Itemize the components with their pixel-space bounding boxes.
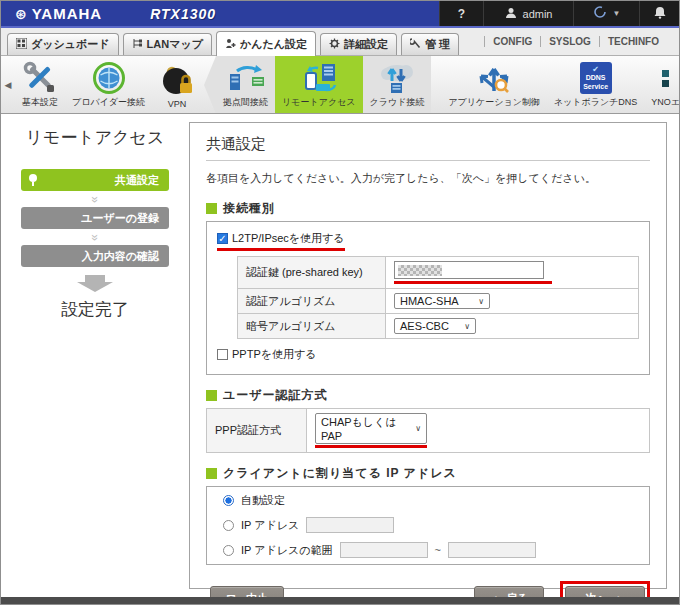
auto-radio[interactable] <box>223 495 234 506</box>
nav-label: 基本設定 <box>22 96 58 109</box>
link-syslog[interactable]: SYSLOG <box>540 36 599 47</box>
nav-label: プロバイダー接続 <box>72 96 145 109</box>
option-auto: 自動設定 <box>223 493 645 508</box>
tilde-separator: ~ <box>435 544 441 556</box>
selected-value: HMAC-SHA <box>400 295 459 307</box>
ip-range-radio[interactable] <box>223 545 234 556</box>
masked-value <box>398 265 442 276</box>
tab-management[interactable]: 管 理 <box>401 33 459 55</box>
nav-item-basic-settings[interactable]: 基本設定 <box>15 56 65 113</box>
ip-range-end-input[interactable] <box>448 542 536 558</box>
model-name: RTX1300 <box>150 6 216 22</box>
option-ip-address: IP アドレス <box>223 517 645 533</box>
tab-easy-setup[interactable]: かんたん設定 <box>216 31 316 56</box>
help-icon: ? <box>458 7 465 21</box>
section-title: 接続種別 <box>223 200 275 217</box>
wizard-sidebar: リモートアクセス 共通設定 » ユーザーの登録 » 入力内容の確認 設定完了 <box>1 114 189 597</box>
cipher-algorithm-label: 暗号アルゴリズム <box>238 314 386 339</box>
tools-icon <box>22 60 58 96</box>
cloud-icon <box>377 60 417 96</box>
nav-label: クラウド接続 <box>370 96 425 109</box>
bell-icon <box>654 6 666 22</box>
help-button[interactable]: ? <box>439 1 483 26</box>
tab-advanced-settings[interactable]: 詳細設定 <box>320 33 397 55</box>
instruction-text: 各項目を入力してください。入力が完了したら、「次へ」を押してください。 <box>206 171 650 186</box>
ddns-badge-line2: Service <box>583 83 608 91</box>
radio-label: IP アドレス <box>241 518 299 533</box>
connection-type-box: ✓ L2TP/IPsecを使用する 認証鍵 (pre-shared key) 認… <box>206 221 650 375</box>
step-label: 入力内容の確認 <box>82 249 159 264</box>
tab-label: ダッシュボード <box>31 37 110 52</box>
annotation-underline-l2tp: ✓ L2TP/IPsecを使用する <box>217 231 345 251</box>
lock-keys-icon <box>159 63 195 99</box>
chevron-down-icon: ∨ <box>478 297 484 306</box>
tab-label: LANマップ <box>147 37 203 52</box>
selected-value: AES-CBC <box>400 320 449 332</box>
remote-access-icon <box>298 60 340 96</box>
current-step-pin-icon <box>29 174 37 182</box>
refresh-dropdown[interactable]: ▼ <box>573 1 639 26</box>
section-client-ip-header: クライアントに割り当てる IP アドレス <box>206 465 650 482</box>
table-row: 暗号アルゴリズム AES-CBC ∨ <box>238 314 639 339</box>
nav-item-application-control[interactable]: アプリケーション制御 <box>441 56 546 113</box>
section-title: ユーザー認証方式 <box>223 387 328 404</box>
table-row: 認証アルゴリズム HMAC-SHA ∨ <box>238 289 639 314</box>
table-row: 認証鍵 (pre-shared key) <box>238 257 639 289</box>
nav-label: VPN <box>168 99 187 109</box>
auth-algorithm-select[interactable]: HMAC-SHA ∨ <box>394 293 490 309</box>
cipher-algorithm-select[interactable]: AES-CBC ∨ <box>394 318 476 334</box>
tab-bar: ダッシュボード LANマップ かんたん設定 詳細設定 管 理 CONFIG SY… <box>1 28 679 56</box>
link-techinfo[interactable]: TECHINFO <box>599 36 667 47</box>
tab-lan-map[interactable]: LANマップ <box>123 33 212 55</box>
ppp-auth-select[interactable]: CHAPもしくはPAP ∨ <box>315 413 427 444</box>
ddns-service-icon: ✔DDNSService <box>580 60 612 96</box>
nav-item-vpn[interactable]: VPN <box>152 56 202 113</box>
icon-nav-bar: ◀ 基本設定 プロバイダー接続 VPN 拠点間接続 <box>1 56 679 114</box>
tab-dashboard[interactable]: ダッシュボード <box>7 33 119 55</box>
step-confirm-input: 入力内容の確認 <box>21 245 169 267</box>
setup-complete-label: 設定完了 <box>1 298 189 321</box>
nav-label: リモートアクセス <box>282 96 355 109</box>
step-label: ユーザーの登録 <box>81 211 159 226</box>
tab-label: 管 理 <box>425 37 450 52</box>
nav-item-netvolante-dns[interactable]: ✔DDNSService ネットボランチDNS <box>547 56 644 113</box>
option-ip-range: IP アドレスの範囲 ~ <box>223 542 645 558</box>
nav-item-site-to-site[interactable]: 拠点間接続 <box>216 56 275 113</box>
nav-item-yno[interactable]: YNOエ <box>644 56 679 113</box>
nav-item-remote-access[interactable]: リモートアクセス <box>275 56 362 113</box>
top-links: CONFIG SYSLOG TECHINFO <box>484 28 673 55</box>
user-icon <box>505 7 517 21</box>
step-user-registration: ユーザーの登録 <box>21 207 169 229</box>
user-menu[interactable]: admin <box>483 1 573 26</box>
section-title: クライアントに割り当てる IP アドレス <box>223 465 457 482</box>
selected-value: CHAPもしくはPAP <box>321 415 407 442</box>
wizard-steps: 共通設定 » ユーザーの登録 » 入力内容の確認 <box>21 169 169 267</box>
nav-scroll-left[interactable]: ◀ <box>1 56 15 113</box>
nav-label: アプリケーション制御 <box>448 96 539 109</box>
link-config[interactable]: CONFIG <box>484 36 540 47</box>
ip-address-input[interactable] <box>306 517 394 533</box>
notification-button[interactable] <box>639 1 679 26</box>
ip-address-radio[interactable] <box>223 520 234 531</box>
globe-icon <box>92 60 126 96</box>
nav-label: YNOエ <box>651 96 679 109</box>
l2tp-checkbox[interactable]: ✓ <box>217 233 228 244</box>
preshared-key-input[interactable] <box>394 261 544 279</box>
tab-label: かんたん設定 <box>240 37 307 52</box>
username: admin <box>523 8 553 20</box>
gear-icon <box>329 38 340 51</box>
auth-algorithm-label: 認証アルゴリズム <box>238 289 386 314</box>
nav-item-cloud-connection[interactable]: クラウド接続 <box>363 56 432 113</box>
annotation-underline-ppp: CHAPもしくはPAP ∨ <box>315 413 427 448</box>
step-label: 共通設定 <box>115 173 159 188</box>
footer-bar <box>1 597 679 604</box>
pptp-checkbox-label: PPTPを使用する <box>232 347 317 362</box>
nav-item-provider-connection[interactable]: プロバイダー接続 <box>65 56 152 113</box>
tuning-fork-icon: ⊛ <box>15 7 28 21</box>
chevron-down-icon: » <box>21 193 169 205</box>
pptp-checkbox[interactable] <box>217 349 228 360</box>
section-connection-type-header: 接続種別 <box>206 200 650 217</box>
green-square-icon <box>206 203 217 214</box>
ip-range-start-input[interactable] <box>340 542 428 558</box>
ddns-badge-line1: DDNS <box>586 74 606 82</box>
